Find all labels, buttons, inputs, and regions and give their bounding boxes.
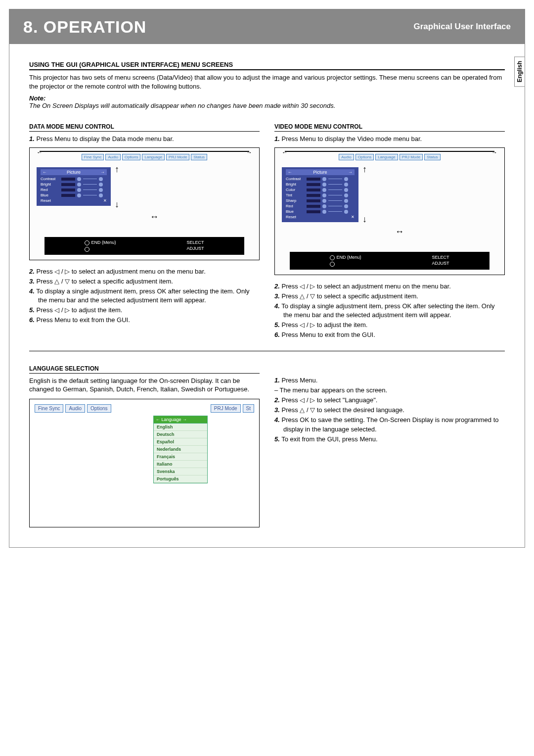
note-text: The On Screen Displays will automaticall… (29, 102, 505, 109)
horizontal-arrows-icon: ↔ (300, 227, 499, 237)
lang-step-5: 5. To exit from the GUI, press Menu. (274, 435, 505, 444)
tab-fine-sync: Fine Sync (35, 404, 63, 413)
video-step-4: 4. To display a single adjustment item, … (274, 302, 505, 320)
tab-st: St (243, 404, 254, 413)
tab-options: Options (122, 154, 141, 160)
video-step-2: 2. Press ◁ / ▷ to select an adjustment m… (274, 282, 505, 291)
video-step-6: 6. Press Menu to exit from the GUI. (274, 331, 505, 339)
lang-option: Español (154, 438, 207, 446)
content-area: USING THE GUI (GRAPHICAL USER INTERFACE)… (9, 44, 525, 527)
tab-audio: Audio (105, 154, 120, 160)
arrow-right-icon: → (491, 149, 497, 156)
dropdown-header: ← Language → (154, 416, 207, 424)
tab-status: Status (424, 154, 441, 160)
lang-option: Deutsch (154, 431, 207, 438)
video-step-5: 5. Press ◁ / ▷ to adjust the item. (274, 321, 505, 330)
lang-step-3: 3. Press △ / ▽ to select the desired lan… (274, 406, 505, 415)
lang-step-4: 4. Press OK to save the setting. The On-… (274, 416, 505, 433)
tab-prj-mode: PRJ Mode (166, 154, 189, 160)
data-step-5: 5. Press ◁ / ▷ to adjust the item. (29, 306, 260, 315)
language-figure: Fine Sync Audio Options PRJ Mode St ← La… (29, 399, 260, 527)
intro-text: This projector has two sets of menu scre… (29, 73, 505, 91)
lang-option: English (154, 424, 207, 431)
lang-step-1a: – The menu bar appears on the screen. (274, 386, 505, 395)
tab-prj-mode: PRJ Mode (400, 154, 423, 160)
tab-options: Options (87, 404, 111, 413)
intro-heading: USING THE GUI (GRAPHICAL USER INTERFACE)… (29, 61, 505, 70)
data-footer-bar: END (Menu) SELECTADJUST (44, 237, 244, 254)
lang-option: Svenska (154, 468, 207, 475)
video-step-3: 3. Press △ / ▽ to select a specific adju… (274, 292, 505, 301)
data-osd-panel: ←Picture→ Contrast Bright Red Blue Reset… (37, 167, 111, 206)
header-bar: 8. OPERATION Graphical User Interface (9, 9, 525, 44)
manual-page: 8. OPERATION Graphical User Interface En… (9, 9, 525, 548)
lang-option: Italiano (154, 461, 207, 468)
note-label: Note: (29, 94, 505, 102)
tab-status: Status (191, 154, 207, 160)
lang-option: Français (154, 453, 207, 461)
data-menubar: ← Fine Sync Audio Options Language PRJ M… (35, 154, 254, 160)
lang-step-2: 2. Press ◁ / ▷ to select "Language". (274, 396, 505, 405)
video-step-1: 1. Press Menu to display the Video mode … (274, 135, 505, 143)
vertical-arrows-icon (362, 164, 367, 225)
language-left-column: LANGUAGE SELECTION English is the defaul… (29, 365, 260, 527)
video-mode-column: VIDEO MODE MENU CONTROL 1. Press Menu to… (274, 123, 505, 341)
tab-audio: Audio (339, 154, 354, 160)
video-footer-bar: END (Menu) SELECTADJUST (290, 252, 490, 269)
tab-options: Options (356, 154, 374, 160)
data-step-3: 3. Press △ / ▽ to select a specific adju… (29, 277, 260, 286)
video-menubar: ← Audio Options Language PRJ Mode Status… (280, 154, 499, 160)
arrow-left-icon: ← (282, 149, 288, 156)
video-osd-panel: ←Picture→ Contrast Bright Color Tint Sha… (282, 167, 358, 222)
panel-title: Picture (313, 170, 327, 175)
video-mode-figure: ← Audio Options Language PRJ Mode Status… (274, 147, 505, 275)
tab-audio: Audio (65, 404, 85, 413)
arrow-right-icon: → (246, 149, 252, 156)
tab-language: Language (375, 154, 398, 160)
language-text: English is the default setting language … (29, 377, 260, 394)
chapter-title: 8. OPERATION (23, 17, 146, 37)
video-mode-heading: VIDEO MODE MENU CONTROL (274, 123, 505, 132)
data-step-4: 4. To display a single adjustment item, … (29, 287, 260, 305)
tab-prj-mode: PRJ Mode (211, 404, 241, 413)
lang-option: Português (154, 475, 207, 483)
divider (29, 351, 505, 351)
language-menubar: Fine Sync Audio Options PRJ Mode St (35, 404, 254, 413)
tab-language: Language (142, 154, 165, 160)
data-step-6: 6. Press Menu to exit from the GUI. (29, 316, 260, 325)
language-right-column: 1. Press Menu. – The menu bar appears on… (274, 365, 505, 527)
data-step-1: 1. Press Menu to display the Data mode m… (29, 135, 260, 143)
vertical-arrows-icon (115, 164, 119, 210)
lang-option: Nederlands (154, 446, 207, 453)
language-side-tab: English (514, 56, 525, 87)
language-dropdown: ← Language → English Deutsch Español Ned… (153, 416, 208, 483)
data-step-2: 2. Press ◁ / ▷ to select an adjustment m… (29, 267, 260, 276)
data-mode-figure: ← Fine Sync Audio Options Language PRJ M… (29, 147, 260, 260)
arrow-left-icon: ← (37, 149, 43, 156)
data-mode-column: DATA MODE MENU CONTROL 1. Press Menu to … (29, 123, 260, 341)
tab-fine-sync: Fine Sync (82, 154, 104, 160)
horizontal-arrows-icon: ↔ (54, 212, 254, 222)
language-heading: LANGUAGE SELECTION (29, 365, 260, 374)
header-subtitle: Graphical User Interface (413, 22, 511, 32)
panel-title: Picture (67, 170, 81, 175)
data-mode-heading: DATA MODE MENU CONTROL (29, 123, 260, 132)
lang-step-1: 1. Press Menu. (274, 376, 505, 385)
